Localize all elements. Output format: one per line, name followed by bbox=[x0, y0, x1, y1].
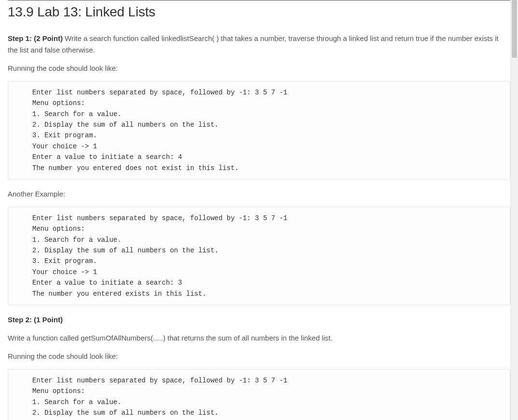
step1-label: Step 1: (2 Point) bbox=[8, 34, 65, 42]
step2-description: Write a function called getSumOfAllNumbe… bbox=[8, 332, 510, 344]
code-block-step2-example: Enter list numbers separated by space, f… bbox=[8, 369, 510, 420]
code-block-example1: Enter list numbers separated by space, f… bbox=[8, 81, 510, 180]
step1-running-note: Running the code should look like: bbox=[8, 63, 510, 74]
step1-paragraph: Step 1: (2 Point) Write a search functio… bbox=[8, 33, 510, 56]
step2-label: Step 2: (1 Point) bbox=[8, 315, 63, 324]
step2-label-line: Step 2: (1 Point) bbox=[8, 314, 510, 326]
step1-description: Write a search function called linkedlis… bbox=[8, 34, 499, 54]
page-title: 13.9 Lab 13: Linked Lists bbox=[8, 0, 510, 23]
another-example-label: Another Example: bbox=[8, 188, 510, 200]
step2-running-note: Running the code should look like: bbox=[8, 351, 510, 362]
vertical-scrollbar[interactable] bbox=[510, 0, 518, 420]
scrollbar-thumb[interactable] bbox=[512, 0, 517, 58]
code-block-example2: Enter list numbers separated by space, f… bbox=[8, 207, 510, 305]
